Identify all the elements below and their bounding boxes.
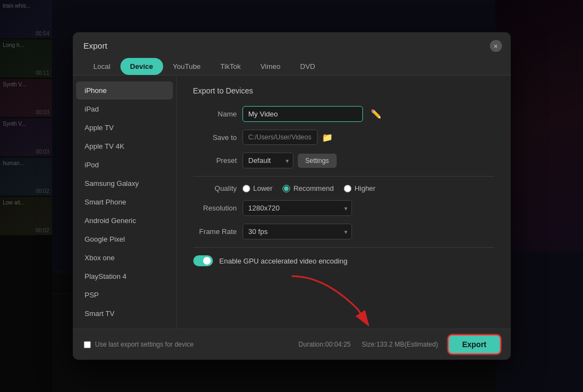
quality-lower-text: Lower xyxy=(253,184,273,192)
footer-left: Use last export settings for device xyxy=(84,341,194,348)
duration-value: 00:04:25 xyxy=(325,341,351,348)
framerate-select[interactable]: 24 fps 30 fps 60 fps xyxy=(243,224,352,239)
section-title: Export to Devices xyxy=(193,86,494,95)
quality-label: Quality xyxy=(193,184,237,192)
device-item-xbox[interactable]: Xbox one xyxy=(76,249,173,267)
preset-label: Preset xyxy=(193,156,237,165)
modal-overlay: Export × Local Device YouTube TikTok Vim… xyxy=(0,0,583,392)
quality-row: Quality Lower Recommend Higher xyxy=(193,184,494,192)
toggle-thumb xyxy=(203,257,211,265)
save-path-row: C:/Users/User/Videos 📁 xyxy=(243,130,333,145)
divider-1 xyxy=(193,176,494,177)
preset-row: Preset Default High Quality Low Quality … xyxy=(193,153,494,168)
modal-footer: Use last export settings for device Dura… xyxy=(73,329,511,360)
size-label: Size: xyxy=(362,341,377,348)
footer-right: Duration:00:04:25 Size:133.2 MB(Estimate… xyxy=(298,336,499,353)
main-content: Export to Devices Name ✏️ Save to C:/Use… xyxy=(177,75,511,329)
device-item-appletv[interactable]: Apple TV xyxy=(76,119,173,137)
close-button[interactable]: × xyxy=(490,40,502,52)
saveto-row: Save to C:/Users/User/Videos 📁 xyxy=(193,130,494,145)
tab-device[interactable]: Device xyxy=(120,58,163,75)
device-list: iPhone iPad Apple TV Apple TV 4K iPod Sa… xyxy=(73,75,177,329)
size-info: Size:133.2 MB(Estimated) xyxy=(362,341,438,348)
save-path-display: C:/Users/User/Videos xyxy=(243,130,318,145)
resolution-select[interactable]: 1280x720 1920x1080 3840x2160 xyxy=(243,200,352,216)
framerate-row: Frame Rate 24 fps 30 fps 60 fps xyxy=(193,224,494,239)
quality-lower-label[interactable]: Lower xyxy=(243,184,273,192)
size-value: 133.2 MB(Estimated) xyxy=(376,341,438,348)
duration-label: Duration: xyxy=(298,341,325,348)
tab-bar: Local Device YouTube TikTok Vimeo DVD xyxy=(73,58,511,75)
saveto-label: Save to xyxy=(193,133,237,142)
device-item-samsung[interactable]: Samsung Galaxy xyxy=(76,174,173,192)
gpu-row: Enable GPU accelerated video encoding xyxy=(193,255,494,266)
tab-youtube[interactable]: YouTube xyxy=(163,58,211,75)
quality-options: Lower Recommend Higher xyxy=(243,184,376,192)
name-label: Name xyxy=(193,110,237,118)
modal-body: iPhone iPad Apple TV Apple TV 4K iPod Sa… xyxy=(73,75,511,329)
name-input[interactable] xyxy=(243,106,363,122)
tab-local[interactable]: Local xyxy=(84,58,120,75)
preset-select-wrapper: Default High Quality Low Quality xyxy=(243,153,293,168)
export-button[interactable]: Export xyxy=(449,336,499,353)
device-item-ipad[interactable]: iPad xyxy=(76,100,173,118)
device-item-appletv4k[interactable]: Apple TV 4K xyxy=(76,137,173,155)
arrow-annotation xyxy=(281,265,401,332)
ai-icon[interactable]: ✏️ xyxy=(368,107,384,122)
device-item-ipod[interactable]: iPod xyxy=(76,156,173,174)
tab-dvd[interactable]: DVD xyxy=(290,58,325,75)
framerate-select-wrapper: 24 fps 30 fps 60 fps xyxy=(243,224,352,239)
resolution-select-wrapper: 1280x720 1920x1080 3840x2160 xyxy=(243,200,352,216)
device-item-pixel[interactable]: Google Pixel xyxy=(76,230,173,248)
gpu-toggle[interactable] xyxy=(193,255,213,266)
resolution-label: Resolution xyxy=(193,204,237,212)
quality-recommend-text: Recommend xyxy=(293,184,334,192)
quality-higher-label[interactable]: Higher xyxy=(344,184,376,192)
modal-title: Export xyxy=(84,41,500,50)
quality-lower-radio[interactable] xyxy=(243,185,250,192)
use-last-settings-checkbox[interactable] xyxy=(84,341,91,348)
device-item-iphone[interactable]: iPhone xyxy=(76,81,173,100)
quality-higher-text: Higher xyxy=(355,184,376,192)
settings-button[interactable]: Settings xyxy=(298,154,337,168)
quality-recommend-radio[interactable] xyxy=(282,185,290,192)
tab-vimeo[interactable]: Vimeo xyxy=(251,58,291,75)
quality-higher-radio[interactable] xyxy=(344,185,351,192)
framerate-label: Frame Rate xyxy=(193,227,237,236)
preset-select[interactable]: Default High Quality Low Quality xyxy=(243,153,293,168)
gpu-label: Enable GPU accelerated video encoding xyxy=(220,257,348,265)
device-item-psp[interactable]: PSP xyxy=(76,286,173,304)
device-item-android[interactable]: Android Generic xyxy=(76,212,173,230)
device-item-smarttv[interactable]: Smart TV xyxy=(76,305,173,323)
duration-info: Duration:00:04:25 xyxy=(298,341,350,348)
device-item-smartphone[interactable]: Smart Phone xyxy=(76,193,173,211)
divider-2 xyxy=(193,247,494,248)
quality-recommend-label[interactable]: Recommend xyxy=(282,184,334,192)
resolution-row: Resolution 1280x720 1920x1080 3840x2160 xyxy=(193,200,494,216)
use-last-settings-label: Use last export settings for device xyxy=(95,341,194,348)
preset-controls: Default High Quality Low Quality Setting… xyxy=(243,153,337,168)
export-modal: Export × Local Device YouTube TikTok Vim… xyxy=(73,32,511,360)
folder-icon[interactable]: 📁 xyxy=(322,132,333,143)
device-item-ps4[interactable]: PlayStation 4 xyxy=(76,267,173,285)
name-row: Name ✏️ xyxy=(193,106,494,122)
tab-tiktok[interactable]: TikTok xyxy=(211,58,251,75)
modal-header: Export × xyxy=(73,32,511,50)
